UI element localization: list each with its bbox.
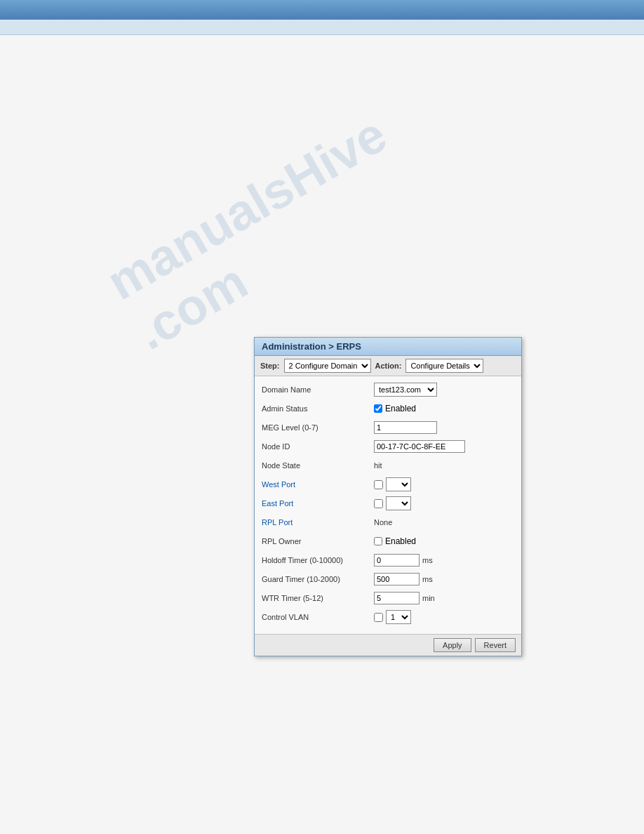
guard-timer-input[interactable] bbox=[374, 573, 420, 585]
step-label: Step: bbox=[260, 362, 280, 370]
control-vlan-select[interactable]: 1 bbox=[386, 610, 411, 624]
rpl-owner-checkbox-wrap: Enabled bbox=[374, 536, 416, 546]
meg-level-input[interactable] bbox=[374, 421, 437, 434]
west-port-checkbox[interactable] bbox=[374, 480, 383, 489]
holdoff-timer-row: Holdoff Timer (0-10000) ms bbox=[262, 552, 514, 568]
admin-status-text: Enabled bbox=[385, 404, 416, 413]
domain-name-select[interactable]: test123.com bbox=[374, 383, 437, 397]
action-label: Action: bbox=[375, 362, 402, 370]
revert-button[interactable]: Revert bbox=[475, 638, 516, 652]
holdoff-timer-label: Holdoff Timer (0-10000) bbox=[262, 556, 374, 564]
dialog-title: Administration > ERPS bbox=[255, 338, 521, 356]
top-bar bbox=[0, 0, 644, 20]
rpl-owner-text: Enabled bbox=[385, 536, 416, 546]
node-id-label: Node ID bbox=[262, 442, 374, 451]
rpl-port-value: None bbox=[374, 518, 392, 527]
dialog-body: Domain Name test123.com Admin Status Ena… bbox=[255, 376, 521, 634]
rpl-port-row: RPL Port None bbox=[262, 515, 514, 530]
domain-name-label: Domain Name bbox=[262, 385, 374, 394]
dialog-footer: Apply Revert bbox=[255, 634, 521, 656]
guard-timer-row: Guard Timer (10-2000) ms bbox=[262, 571, 514, 587]
guard-timer-unit: ms bbox=[422, 575, 433, 583]
admin-status-checkbox[interactable] bbox=[374, 404, 382, 413]
admin-status-checkbox-wrap: Enabled bbox=[374, 404, 416, 413]
control-vlan-controls: 1 bbox=[374, 610, 411, 624]
west-port-select[interactable] bbox=[386, 477, 411, 491]
east-port-label: East Port bbox=[262, 499, 374, 508]
west-port-controls bbox=[374, 477, 411, 491]
dialog-title-text: Administration > ERPS bbox=[262, 341, 361, 352]
node-state-row: Node State hit bbox=[262, 458, 514, 473]
west-port-row: West Port bbox=[262, 477, 514, 492]
west-port-label: West Port bbox=[262, 480, 374, 489]
wtr-timer-input[interactable] bbox=[374, 592, 420, 604]
apply-button[interactable]: Apply bbox=[434, 638, 471, 652]
node-state-label: Node State bbox=[262, 461, 374, 470]
east-port-checkbox[interactable] bbox=[374, 499, 383, 508]
control-vlan-checkbox[interactable] bbox=[374, 613, 383, 622]
wtr-timer-unit: min bbox=[422, 594, 435, 602]
domain-name-row: Domain Name test123.com bbox=[262, 382, 514, 397]
holdoff-timer-unit: ms bbox=[422, 556, 433, 564]
rpl-port-label: RPL Port bbox=[262, 518, 374, 527]
node-id-row: Node ID bbox=[262, 439, 514, 454]
rpl-owner-label: RPL Owner bbox=[262, 537, 374, 545]
holdoff-timer-input[interactable] bbox=[374, 554, 420, 567]
action-select[interactable]: Configure Details bbox=[405, 359, 483, 373]
dialog-toolbar: Step: 2 Configure Domain Action: Configu… bbox=[255, 356, 521, 376]
wtr-timer-row: WTR Timer (5-12) min bbox=[262, 590, 514, 606]
admin-status-label: Admin Status bbox=[262, 404, 374, 413]
wtr-timer-label: WTR Timer (5-12) bbox=[262, 594, 374, 602]
node-id-input[interactable] bbox=[374, 440, 465, 453]
meg-level-row: MEG Level (0-7) bbox=[262, 420, 514, 435]
page-content: manualsHive.com Administration > ERPS St… bbox=[0, 35, 644, 834]
admin-status-row: Admin Status Enabled bbox=[262, 401, 514, 416]
rpl-owner-row: RPL Owner Enabled bbox=[262, 534, 514, 549]
control-vlan-row: Control VLAN 1 bbox=[262, 609, 514, 625]
node-state-value: hit bbox=[374, 461, 382, 470]
east-port-controls bbox=[374, 496, 411, 510]
east-port-row: East Port bbox=[262, 496, 514, 511]
east-port-select[interactable] bbox=[386, 496, 411, 510]
watermark: manualsHive.com bbox=[98, 105, 425, 361]
control-vlan-label: Control VLAN bbox=[262, 613, 374, 621]
dialog-panel: Administration > ERPS Step: 2 Configure … bbox=[254, 337, 522, 656]
rpl-owner-checkbox[interactable] bbox=[374, 537, 382, 545]
guard-timer-label: Guard Timer (10-2000) bbox=[262, 575, 374, 583]
meg-level-label: MEG Level (0-7) bbox=[262, 423, 374, 432]
second-bar bbox=[0, 20, 644, 35]
step-select[interactable]: 2 Configure Domain bbox=[284, 359, 371, 373]
